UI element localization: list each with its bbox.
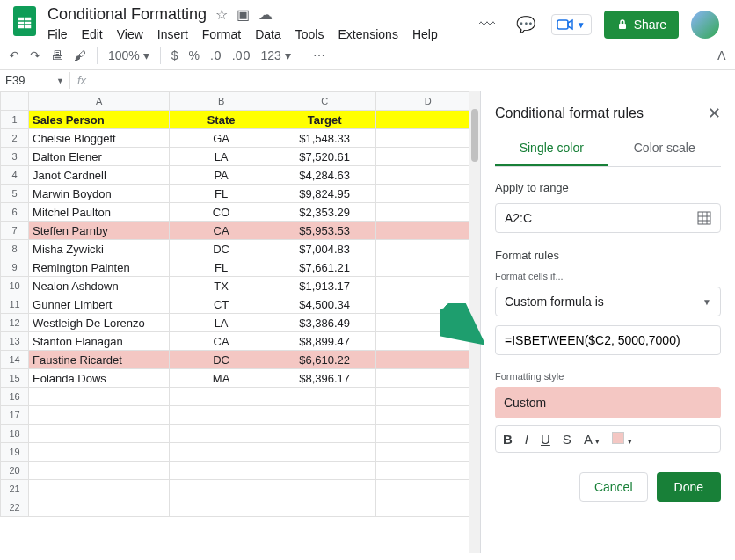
number-format-select[interactable]: 123 ▾ — [261, 48, 291, 62]
cell[interactable] — [376, 129, 480, 148]
cell[interactable] — [376, 185, 480, 203]
column-header[interactable]: A — [29, 92, 170, 111]
cell[interactable]: CT — [170, 295, 273, 314]
cell[interactable]: Sales Person — [29, 111, 170, 129]
cell[interactable]: CO — [170, 203, 273, 222]
collapse-toolbar-icon[interactable]: ᐱ — [717, 48, 726, 62]
cell[interactable] — [29, 388, 170, 406]
cell[interactable]: DC — [170, 240, 273, 258]
cell[interactable] — [376, 277, 480, 295]
row-header[interactable]: 21 — [1, 480, 29, 498]
cell[interactable]: $7,004.83 — [273, 240, 376, 258]
row-header[interactable]: 16 — [1, 388, 29, 406]
menu-help[interactable]: Help — [412, 27, 438, 41]
cancel-button[interactable]: Cancel — [579, 472, 648, 502]
cell[interactable] — [29, 425, 170, 443]
style-preview[interactable]: Custom — [495, 387, 721, 418]
row-header[interactable]: 15 — [1, 369, 29, 388]
cell[interactable] — [29, 480, 170, 498]
row-header[interactable]: 1 — [1, 111, 29, 129]
cell[interactable]: Faustine Ricardet — [29, 351, 170, 369]
cell[interactable]: Target — [273, 111, 376, 129]
cell[interactable] — [29, 498, 170, 517]
cell[interactable] — [376, 498, 480, 517]
row-header[interactable]: 5 — [1, 185, 29, 203]
range-input[interactable]: A2:C — [495, 203, 721, 233]
more-toolbar-icon[interactable]: ⋯ — [313, 48, 325, 62]
cell[interactable]: $1,548.33 — [273, 129, 376, 148]
row-header[interactable]: 7 — [1, 222, 29, 240]
row-header[interactable]: 20 — [1, 462, 29, 480]
menu-file[interactable]: File — [47, 27, 68, 41]
column-header[interactable]: D — [376, 92, 480, 111]
cell[interactable] — [376, 166, 480, 185]
cell[interactable] — [376, 388, 480, 406]
cell[interactable]: $6,610.22 — [273, 351, 376, 369]
cell[interactable] — [273, 406, 376, 425]
cell[interactable]: Stanton Flanagan — [29, 332, 170, 351]
cell[interactable]: Janot Cardnell — [29, 166, 170, 185]
doc-title[interactable]: Conditional Formatting — [47, 5, 207, 24]
tab-color-scale[interactable]: Color scale — [608, 132, 722, 166]
cell[interactable] — [273, 462, 376, 480]
cell[interactable]: Westleigh De Lorenzo — [29, 314, 170, 332]
menu-view[interactable]: View — [117, 27, 143, 41]
move-icon[interactable]: ▣ — [237, 6, 250, 23]
cell[interactable]: $3,386.49 — [273, 314, 376, 332]
decrease-decimal-icon[interactable]: .0̲ — [210, 48, 222, 62]
cell[interactable]: Remington Painten — [29, 258, 170, 277]
cell[interactable] — [170, 443, 273, 462]
cell[interactable]: Dalton Elener — [29, 148, 170, 166]
spreadsheet-grid[interactable]: ABCD1Sales PersonStateTarget2Chelsie Blo… — [0, 91, 480, 553]
cell[interactable]: $8,899.47 — [273, 332, 376, 351]
cell[interactable] — [376, 369, 480, 388]
row-header[interactable]: 4 — [1, 166, 29, 185]
condition-select[interactable]: Custom formula is ▼ — [495, 287, 721, 316]
underline-icon[interactable]: U — [541, 432, 550, 447]
menu-extensions[interactable]: Extensions — [338, 27, 397, 41]
cloud-icon[interactable]: ☁ — [258, 6, 273, 23]
cell[interactable]: Steffen Parnby — [29, 222, 170, 240]
cell[interactable]: CA — [170, 332, 273, 351]
undo-icon[interactable]: ↶ — [9, 48, 19, 62]
cell[interactable]: Chelsie Bloggett — [29, 129, 170, 148]
cell[interactable] — [376, 148, 480, 166]
paint-format-icon[interactable]: 🖌 — [74, 48, 86, 62]
cell[interactable]: GA — [170, 129, 273, 148]
strike-icon[interactable]: S — [563, 432, 571, 447]
cell[interactable] — [170, 462, 273, 480]
cell[interactable] — [273, 480, 376, 498]
cell[interactable]: Gunner Limbert — [29, 295, 170, 314]
zoom-select[interactable]: 100% ▾ — [108, 48, 149, 62]
sheets-logo-icon[interactable] — [9, 5, 40, 37]
cell[interactable]: LA — [170, 148, 273, 166]
text-color-icon[interactable]: A ▾ — [584, 432, 600, 447]
cell[interactable] — [376, 314, 480, 332]
column-header[interactable] — [1, 92, 29, 111]
cell[interactable] — [376, 406, 480, 425]
comments-icon[interactable]: 💬 — [513, 11, 539, 38]
cell[interactable] — [273, 498, 376, 517]
activity-icon[interactable]: 〰 — [474, 11, 500, 38]
menu-insert[interactable]: Insert — [157, 27, 188, 41]
cell[interactable]: CA — [170, 222, 273, 240]
italic-icon[interactable]: I — [525, 432, 528, 447]
row-header[interactable]: 18 — [1, 425, 29, 443]
tab-single-color[interactable]: Single color — [495, 132, 608, 166]
column-header[interactable]: B — [170, 92, 273, 111]
row-header[interactable]: 8 — [1, 240, 29, 258]
cell[interactable] — [273, 388, 376, 406]
bold-icon[interactable]: B — [503, 432, 513, 447]
column-header[interactable]: C — [273, 92, 376, 111]
share-button[interactable]: Share — [604, 11, 679, 39]
cell[interactable]: $1,913.17 — [273, 277, 376, 295]
done-button[interactable]: Done — [657, 472, 721, 502]
menu-tools[interactable]: Tools — [295, 27, 324, 41]
percent-icon[interactable]: % — [189, 48, 200, 62]
cell[interactable]: PA — [170, 166, 273, 185]
row-header[interactable]: 10 — [1, 277, 29, 295]
menu-edit[interactable]: Edit — [82, 27, 103, 41]
cell[interactable] — [29, 462, 170, 480]
vertical-scrollbar[interactable] — [469, 91, 480, 553]
increase-decimal-icon[interactable]: .00̲ — [232, 48, 251, 62]
